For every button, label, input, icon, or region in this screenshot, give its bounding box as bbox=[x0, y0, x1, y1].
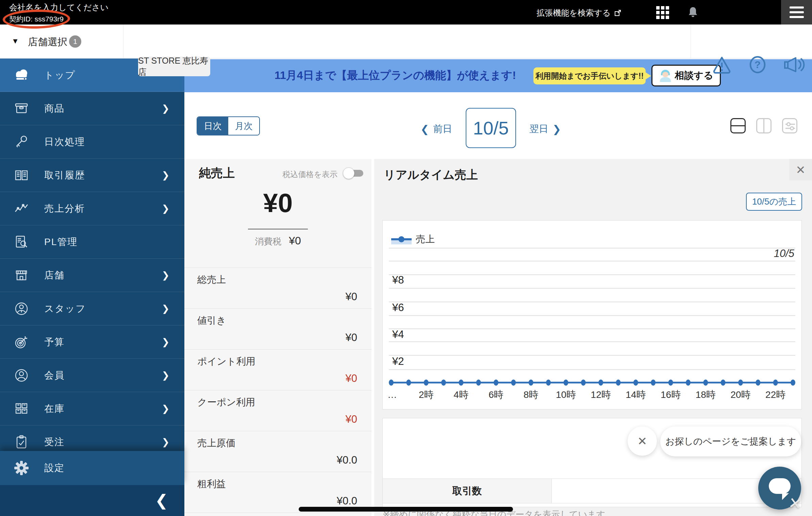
current-date-box[interactable]: 10/5 bbox=[466, 108, 516, 148]
svg-text:?: ? bbox=[755, 59, 761, 70]
sidebar-item-daily-process[interactable]: 日次処理 bbox=[0, 125, 184, 159]
company-name-placeholder[interactable]: 会社名を入力してください bbox=[9, 2, 109, 13]
sidebar-item-budget[interactable]: 予算 ❯ bbox=[0, 325, 184, 359]
row-label: 粗利益 bbox=[197, 478, 226, 490]
svg-text:4時: 4時 bbox=[454, 389, 469, 400]
sales-line-chart: 10/5¥8¥6¥4¥2…2時4時6時8時10時12時14時16時18時20時2… bbox=[383, 221, 801, 409]
top-app-bar: 会社名を入力してください 契約ID: sss793r9 拡張機能を検索する bbox=[0, 0, 812, 25]
chevron-right-icon: ❯ bbox=[162, 270, 169, 281]
sidebar-item-settings[interactable]: 設定 bbox=[0, 451, 184, 485]
chat-suggestion-close-button[interactable]: ✕ bbox=[628, 426, 657, 456]
store-tab[interactable]: ST STORE 恵比寿店 bbox=[138, 57, 210, 76]
breakdown-row-gross-profit: 粗利益 ¥0.0 bbox=[184, 472, 371, 513]
monthly-tab[interactable]: 月次 bbox=[228, 117, 259, 135]
header-divider bbox=[123, 25, 123, 59]
horizontal-scrollbar[interactable] bbox=[299, 507, 513, 512]
sidebar-item-label: 日次処理 bbox=[44, 135, 85, 148]
chart-legend[interactable]: 売上 bbox=[391, 233, 435, 246]
realtime-sales-panel: ✕ リアルタイム売上 10/5の売上 10/5¥8¥6¥4¥2…2時4時6時8時… bbox=[374, 159, 812, 516]
chevron-right-icon: ❯ bbox=[162, 303, 169, 314]
breakdown-row-cost-of-sales: 売上原価 ¥0.0 bbox=[184, 431, 371, 472]
gear-icon bbox=[14, 460, 29, 476]
hamburger-menu-button[interactable] bbox=[781, 0, 812, 25]
sidebar-item-label: 受注 bbox=[44, 436, 65, 449]
row-value: ¥0 bbox=[346, 413, 357, 425]
sidebar-collapse-bar: ❮ bbox=[0, 485, 184, 516]
extension-search-link[interactable]: 拡張機能を検索する bbox=[536, 7, 622, 18]
tax-toggle-label: 税込価格を表示 bbox=[282, 169, 337, 180]
panel-close-button[interactable]: ✕ bbox=[789, 159, 812, 180]
breakdown-row-gross-sales: 総売上 ¥0 bbox=[184, 268, 371, 308]
legend-series-label: 売上 bbox=[416, 233, 435, 246]
sidebar-item-stores[interactable]: 店舗 ❯ bbox=[0, 259, 184, 292]
net-sales-panel: 純売上 税込価格を表示 ¥0 消費税¥0 総売上 ¥0 値引き ¥0 ポイント利… bbox=[184, 159, 371, 516]
header-divider-right bbox=[691, 25, 691, 59]
sidebar-item-staff[interactable]: スタッフ ❯ bbox=[0, 292, 184, 325]
promo-tooltip: 利用開始までお手伝いします!! bbox=[533, 67, 646, 84]
store-count-badge: 1 bbox=[69, 35, 81, 48]
sidebar-item-members[interactable]: 会員 ❯ bbox=[0, 359, 184, 392]
daily-tab[interactable]: 日次 bbox=[197, 117, 228, 135]
tax-label: 消費税 bbox=[255, 236, 281, 246]
store-select-label[interactable]: 店舗選択 bbox=[28, 35, 67, 49]
sidebar-item-inventory[interactable]: 在庫 ❯ bbox=[0, 392, 184, 425]
sidebar-item-pl[interactable]: PL管理 bbox=[0, 225, 184, 259]
svg-text:16時: 16時 bbox=[661, 389, 681, 400]
notifications-bell-icon[interactable] bbox=[686, 5, 700, 19]
extension-search-label: 拡張機能を検索する bbox=[536, 7, 611, 18]
svg-text:20時: 20時 bbox=[730, 389, 750, 400]
next-day-button[interactable]: 翌日 ❯ bbox=[529, 123, 561, 135]
row-label: ポイント利用 bbox=[197, 355, 255, 368]
date-sales-button[interactable]: 10/5の売上 bbox=[746, 193, 802, 211]
sidebar-item-label: 店舗 bbox=[44, 269, 65, 282]
breakdown-row-points-used: ポイント利用 ¥0 bbox=[184, 349, 371, 390]
chat-bubble-tail-icon bbox=[782, 493, 789, 500]
sidebar-item-transactions[interactable]: 取引履歴 ❯ bbox=[0, 159, 184, 192]
row-label: 総売上 bbox=[197, 273, 226, 286]
sidebar-item-label: 売上分析 bbox=[44, 202, 85, 215]
net-sales-amount: ¥0 bbox=[184, 188, 371, 219]
tax-value: ¥0 bbox=[289, 235, 301, 247]
clipboard-icon bbox=[14, 434, 29, 450]
announcement-speaker-icon[interactable] bbox=[783, 55, 805, 74]
row-value: ¥0 bbox=[346, 372, 357, 385]
sidebar-item-label: 在庫 bbox=[44, 402, 65, 415]
svg-text:2時: 2時 bbox=[419, 389, 434, 400]
cloud-icon bbox=[14, 67, 29, 83]
row-label: 売上原価 bbox=[197, 437, 235, 450]
transactions-header-cell: 取引数 bbox=[383, 479, 552, 503]
chat-suggestion-bubble[interactable]: お探しのページをご提案します bbox=[660, 426, 801, 456]
breakdown-row-coupons-used: クーポン利用 ¥0 bbox=[184, 390, 371, 431]
chat-bubble-icon bbox=[769, 478, 791, 494]
chat-launcher-close-icon[interactable]: ✕ bbox=[787, 494, 803, 514]
sidebar-item-label: 商品 bbox=[44, 102, 65, 115]
sidebar-item-products[interactable]: 商品 ❯ bbox=[0, 92, 184, 125]
sidebar-item-sales-analysis[interactable]: 売上分析 ❯ bbox=[0, 192, 184, 225]
prev-day-button[interactable]: ❮ 前日 bbox=[420, 123, 452, 135]
staff-person-icon bbox=[14, 301, 29, 317]
store-header-row: ▼ 店舗選択 1 ST STORE 恵比寿店 ? bbox=[0, 25, 812, 59]
trend-line-icon bbox=[14, 201, 29, 216]
vertical-split-layout-icon[interactable] bbox=[756, 118, 772, 133]
layout-settings-icon[interactable] bbox=[782, 118, 797, 133]
sidebar-item-label: 予算 bbox=[44, 336, 65, 349]
chevron-right-icon: ❯ bbox=[162, 437, 169, 448]
warning-icon[interactable] bbox=[712, 55, 732, 74]
svg-text:¥8: ¥8 bbox=[392, 274, 404, 286]
sidebar-item-label: 会員 bbox=[44, 369, 65, 382]
document-magnifier-icon bbox=[14, 234, 29, 250]
collapse-sidebar-icon[interactable]: ❮ bbox=[155, 491, 168, 510]
horizontal-split-layout-icon[interactable] bbox=[730, 118, 746, 133]
svg-text:10時: 10時 bbox=[556, 389, 576, 400]
chevron-right-icon: ❯ bbox=[162, 403, 169, 414]
breakdown-row-discount: 値引き ¥0 bbox=[184, 308, 371, 349]
key-icon bbox=[14, 134, 29, 150]
row-value: ¥0 bbox=[346, 291, 357, 303]
tax-include-toggle[interactable] bbox=[343, 167, 363, 179]
chevron-right-icon: ❯ bbox=[162, 103, 169, 114]
apps-grid-icon[interactable] bbox=[656, 6, 670, 20]
sidebar-item-label: PL管理 bbox=[44, 236, 78, 248]
row-label: クーポン利用 bbox=[197, 396, 255, 409]
store-select-caret-icon[interactable]: ▼ bbox=[12, 37, 19, 46]
help-icon[interactable]: ? bbox=[748, 55, 767, 74]
